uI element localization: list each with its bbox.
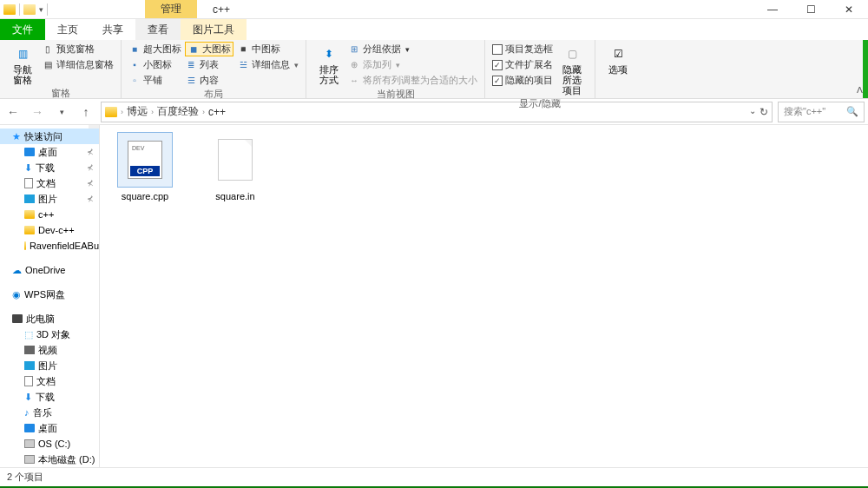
breadcrumb-segment[interactable]: 博远 (127, 104, 148, 119)
desktop-icon (24, 148, 35, 156)
maximize-button[interactable]: ☐ (792, 0, 830, 19)
qat-overflow[interactable]: ▾ (39, 5, 43, 14)
minimize-button[interactable]: — (753, 0, 792, 19)
details-pane-button[interactable]: ▤详细信息窗格 (42, 57, 114, 72)
tab-picture-tools[interactable]: 图片工具 (181, 19, 247, 40)
group-label: 显示/隐藏 (492, 97, 588, 111)
tree-documents[interactable]: 文档⊀ (0, 175, 99, 191)
group-by-button[interactable]: ⊞分组依据▾ (348, 42, 477, 56)
group-label: 当前视图 (313, 88, 477, 102)
chevron-icon[interactable]: › (202, 108, 205, 116)
hide-selected-button[interactable]: ▢ 隐藏所选项目 (556, 42, 588, 97)
tree-quick-access[interactable]: ★快速访问 (0, 129, 99, 144)
tree-music[interactable]: ♪音乐 (0, 405, 99, 420)
folder-icon (105, 107, 117, 117)
tree-disk-c[interactable]: OS (C:) (0, 436, 99, 452)
options-button[interactable]: ☑ 选项 (602, 42, 634, 76)
cube-icon: ⬚ (24, 329, 33, 340)
layout-tiles[interactable]: ▫平铺 (128, 73, 181, 88)
item-checkboxes-toggle[interactable]: 项目复选框 (492, 42, 553, 56)
tree-3d-objects[interactable]: ⬚3D 对象 (0, 326, 99, 342)
breadcrumb-segment[interactable]: c++ (208, 106, 226, 118)
layout-icon: ◼ (187, 43, 200, 56)
add-columns-button[interactable]: ⊕添加列▾ (348, 57, 477, 72)
group-label (602, 97, 634, 98)
ribbon-help[interactable] (861, 19, 868, 40)
tree-label: Dev-c++ (38, 225, 75, 235)
tree-label: 桌面 (38, 422, 57, 435)
up-button[interactable]: ↑ (76, 102, 95, 122)
tree-devcpp[interactable]: Dev-c++ (0, 222, 99, 238)
tree-downloads[interactable]: ⬇下载⊀ (0, 160, 99, 175)
close-button[interactable]: ✕ (830, 0, 868, 19)
group-icon: ⊞ (348, 43, 360, 56)
tab-home[interactable]: 主页 (45, 19, 90, 40)
tree-cpp[interactable]: c++ (0, 207, 99, 222)
tree-videos[interactable]: 视频 (0, 342, 99, 358)
navigation-tree[interactable]: ᐱ ★快速访问 桌面⊀ ⬇下载⊀ 文档⊀ 图片⊀ c++ Dev-c++ Rav… (0, 125, 100, 467)
qat-divider (47, 3, 48, 16)
tree-disk-d[interactable]: 本地磁盘 (D:) (0, 452, 99, 467)
tree-label: 视频 (38, 344, 57, 357)
layout-content[interactable]: ☰内容 (185, 73, 233, 88)
size-columns-button[interactable]: ↔将所有列调整为合适的大小 (348, 73, 477, 88)
tab-file[interactable]: 文件 (0, 19, 45, 40)
file-list[interactable]: square.cpp square.in (100, 125, 868, 467)
refresh-button[interactable]: ↻ (760, 106, 768, 118)
tree-pc-pictures[interactable]: 图片 (0, 358, 99, 373)
forward-button[interactable]: → (28, 102, 47, 122)
tree-pc-documents[interactable]: 文档 (0, 373, 99, 389)
layout-medium[interactable]: ◾中图标 (237, 42, 299, 56)
tree-desktop[interactable]: 桌面⊀ (0, 144, 99, 160)
collapse-ribbon-button[interactable]: ᐱ (857, 85, 863, 95)
options-icon: ☑ (608, 43, 628, 64)
address-dropdown[interactable]: ⌄ (749, 106, 756, 118)
tree-wps[interactable]: ◉WPS网盘 (0, 287, 99, 302)
tree-pictures[interactable]: 图片⊀ (0, 191, 99, 207)
layout-list[interactable]: ≣列表 (185, 57, 233, 72)
tree-this-pc[interactable]: 此电脑 (0, 311, 99, 326)
group-show-hide: 项目复选框 ✓文件扩展名 ✓隐藏的项目 ▢ 隐藏所选项目 显示/隐藏 (485, 40, 595, 98)
tree-label: 文档 (36, 177, 56, 190)
qat-divider (19, 3, 20, 16)
small-label: 超大图标 (143, 43, 181, 56)
checkbox-icon (492, 44, 503, 55)
layout-spacer (237, 73, 299, 88)
file-item-cpp[interactable]: square.cpp (110, 132, 180, 201)
ribbon-tab-strip: 文件 主页 共享 查看 图片工具 (0, 19, 868, 40)
tree-ravenfield[interactable]: RavenfieldEABu (0, 238, 99, 254)
preview-pane-button[interactable]: ▯预览窗格 (42, 42, 114, 56)
layout-extra-large[interactable]: ■超大图标 (128, 42, 181, 56)
small-label: 项目复选框 (505, 43, 553, 56)
folder-icon[interactable] (23, 4, 36, 15)
tree-pc-downloads[interactable]: ⬇下载 (0, 389, 99, 405)
folder-icon (24, 210, 35, 219)
small-label: 添加列 (363, 58, 391, 71)
wps-icon: ◉ (12, 289, 21, 300)
layout-small[interactable]: ▪小图标 (128, 57, 181, 72)
back-button[interactable]: ← (3, 102, 23, 122)
tree-pc-desktop[interactable]: 桌面 (0, 420, 99, 436)
search-box[interactable]: 搜索"c++" 🔍 (778, 102, 865, 122)
recent-locations-button[interactable]: ▾ (52, 102, 71, 122)
tree-onedrive[interactable]: ☁OneDrive (0, 262, 99, 278)
tab-view[interactable]: 查看 (135, 19, 181, 40)
file-ext-toggle[interactable]: ✓文件扩展名 (492, 57, 553, 72)
chevron-icon[interactable]: › (121, 108, 123, 116)
file-item-in[interactable]: square.in (201, 132, 270, 201)
details-icon: ▤ (42, 59, 54, 71)
layout-large[interactable]: ◼大图标 (185, 42, 233, 56)
folder-icon[interactable] (3, 4, 16, 15)
hidden-items-toggle[interactable]: ✓隐藏的项目 (492, 73, 553, 88)
pin-icon: ⊀ (87, 148, 94, 156)
tab-share[interactable]: 共享 (90, 19, 135, 40)
navigation-pane-button[interactable]: ▥ 导航窗格 (7, 42, 38, 87)
item-count: 2 个项目 (7, 471, 43, 484)
sort-by-button[interactable]: ⬍ 排序方式 (313, 42, 345, 87)
chevron-icon[interactable]: › (151, 108, 154, 116)
breadcrumb-segment[interactable]: 百度经验 (157, 104, 199, 119)
layout-details[interactable]: ☱详细信息▾ (237, 57, 299, 72)
address-bar[interactable]: › 博远 › 百度经验 › c++ ⌄ ↻ (101, 102, 773, 122)
small-label: 将所有列调整为合适的大小 (363, 74, 477, 87)
music-icon: ♪ (24, 407, 30, 418)
